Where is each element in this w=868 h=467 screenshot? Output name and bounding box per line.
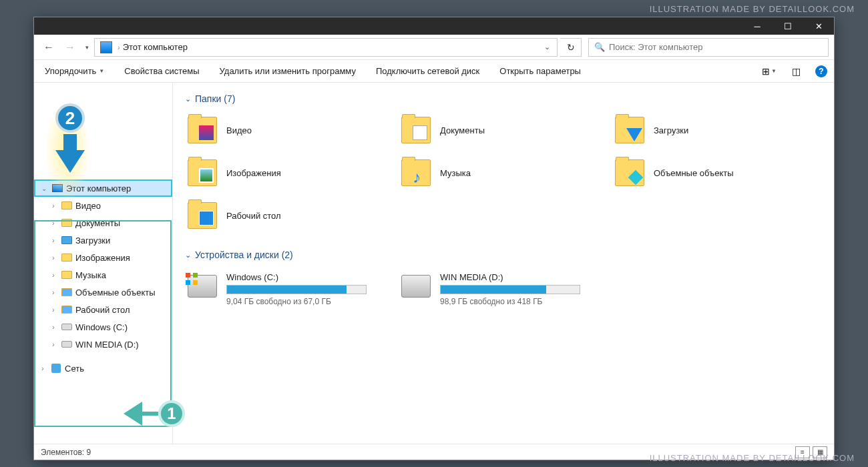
drive-d[interactable]: WIN MEDIA (D:) 98,9 ГБ свободно из 418 Г… bbox=[399, 270, 599, 309]
search-icon: 🔍 bbox=[594, 42, 605, 52]
folder-icon bbox=[61, 254, 72, 262]
chevron-down-icon: ⌄ bbox=[185, 95, 191, 103]
folder-icon bbox=[188, 117, 217, 143]
sidebar-item-downloads[interactable]: ›Загрузки bbox=[45, 231, 172, 249]
folder-desktop[interactable]: Рабочий стол bbox=[185, 199, 385, 232]
sidebar-item-music[interactable]: ›Музыка bbox=[45, 266, 172, 284]
uninstall-program-button[interactable]: Удалить или изменить программу bbox=[216, 63, 360, 79]
sidebar-item-3d-objects[interactable]: ›Объемные объекты bbox=[45, 284, 172, 301]
sidebar-item-drive-c[interactable]: ›Windows (C:) bbox=[45, 318, 172, 336]
folder-icon bbox=[188, 202, 217, 229]
address-bar: ← → ▾ › Этот компьютер ⌄ ↻ 🔍 bbox=[34, 35, 834, 60]
open-settings-button[interactable]: Открыть параметры bbox=[495, 63, 585, 79]
sidebar-children: ›Видео ›Документы ›Загрузки ›Изображения… bbox=[34, 197, 172, 353]
drives-grid: Windows (C:) 9,04 ГБ свободно из 67,0 ГБ… bbox=[185, 270, 822, 309]
sidebar-item-pictures[interactable]: ›Изображения bbox=[45, 249, 172, 266]
network-icon bbox=[51, 364, 61, 373]
pc-icon bbox=[100, 41, 112, 53]
map-network-drive-button[interactable]: Подключить сетевой диск bbox=[372, 63, 483, 79]
sidebar-item-label: Этот компьютер bbox=[66, 183, 131, 193]
chevron-right-icon: › bbox=[118, 43, 120, 51]
folder-downloads[interactable]: Загрузки bbox=[612, 113, 813, 147]
drive-usage-bar bbox=[226, 285, 367, 294]
content-pane[interactable]: ⌄ Папки (7) Видео Документы Загрузки Изо… bbox=[173, 83, 834, 444]
drive-name: Windows (C:) bbox=[226, 272, 383, 282]
folder-icon bbox=[61, 306, 72, 314]
back-button[interactable]: ← bbox=[39, 38, 58, 57]
folder-icon bbox=[615, 159, 644, 186]
drive-icon bbox=[401, 275, 431, 298]
breadcrumb-dropdown[interactable]: ⌄ bbox=[540, 43, 554, 51]
folder-3d-objects[interactable]: Объемные объекты bbox=[612, 156, 813, 189]
folder-documents[interactable]: Документы bbox=[399, 113, 599, 147]
watermark-top: ILLUSTRATION MADE BY DETAILLOOK.COM bbox=[650, 4, 855, 14]
titlebar: ─ ☐ ✕ bbox=[34, 17, 834, 35]
toolbar: Упорядочить▼ Свойства системы Удалить ил… bbox=[34, 60, 834, 83]
close-button[interactable]: ✕ bbox=[803, 17, 834, 35]
drive-icon bbox=[61, 324, 72, 330]
sidebar-item-documents[interactable]: ›Документы bbox=[45, 214, 172, 231]
drives-section-header[interactable]: ⌄ Устройства и диски (2) bbox=[185, 250, 822, 260]
folder-music[interactable]: ♪Музыка bbox=[399, 156, 599, 189]
organize-button[interactable]: Упорядочить▼ bbox=[41, 63, 108, 79]
forward-button[interactable]: → bbox=[61, 38, 79, 57]
drive-name: WIN MEDIA (D:) bbox=[440, 272, 596, 282]
watermark-bottom: ILLUSTRATION MADE BY DETAILLOOK.COM bbox=[650, 453, 855, 463]
view-options-icon[interactable]: ⊞▼ bbox=[762, 64, 777, 79]
sidebar-item-network[interactable]: › Сеть bbox=[34, 360, 172, 377]
system-properties-button[interactable]: Свойства системы bbox=[120, 63, 203, 79]
chevron-down-icon[interactable]: ⌄ bbox=[39, 185, 49, 192]
drive-free-text: 98,9 ГБ свободно из 418 ГБ bbox=[440, 297, 596, 306]
folder-icon bbox=[61, 288, 72, 296]
breadcrumb[interactable]: › Этот компьютер ⌄ bbox=[94, 38, 558, 57]
minimize-button[interactable]: ─ bbox=[742, 17, 773, 35]
explorer-window: ─ ☐ ✕ ← → ▾ › Этот компьютер ⌄ ↻ 🔍 Упоря… bbox=[33, 17, 835, 460]
drive-c[interactable]: Windows (C:) 9,04 ГБ свободно из 67,0 ГБ bbox=[185, 270, 385, 309]
preview-pane-icon[interactable]: ◫ bbox=[789, 64, 803, 79]
drive-icon bbox=[188, 275, 217, 298]
folder-icon bbox=[61, 201, 72, 209]
drive-icon bbox=[61, 341, 72, 348]
folders-section-header[interactable]: ⌄ Папки (7) bbox=[185, 93, 822, 104]
drive-usage-bar bbox=[440, 285, 580, 294]
sidebar-item-this-pc[interactable]: ⌄ Этот компьютер bbox=[34, 179, 172, 197]
folder-icon bbox=[401, 117, 431, 143]
item-count: Элементов: 9 bbox=[41, 448, 91, 457]
folder-icon bbox=[61, 236, 72, 244]
windows-logo-icon bbox=[186, 273, 198, 285]
chevron-down-icon: ⌄ bbox=[185, 251, 191, 260]
folder-pictures[interactable]: Изображения bbox=[185, 156, 385, 189]
folder-icon bbox=[188, 159, 217, 186]
folder-icon: ♪ bbox=[401, 159, 431, 186]
search-box[interactable]: 🔍 bbox=[588, 38, 829, 57]
folder-icon bbox=[61, 271, 72, 279]
breadcrumb-location: Этот компьютер bbox=[123, 42, 188, 52]
folder-icon bbox=[61, 219, 72, 227]
folder-videos[interactable]: Видео bbox=[185, 113, 385, 147]
search-input[interactable] bbox=[609, 42, 823, 52]
sidebar-item-videos[interactable]: ›Видео bbox=[45, 197, 172, 214]
folder-icon bbox=[615, 117, 644, 143]
refresh-button[interactable]: ↻ bbox=[560, 38, 582, 57]
sidebar-tree[interactable]: ⌄ Этот компьютер ›Видео ›Документы ›Загр… bbox=[34, 83, 173, 444]
sidebar-item-drive-d[interactable]: ›WIN MEDIA (D:) bbox=[45, 336, 172, 353]
sidebar-item-desktop[interactable]: ›Рабочий стол bbox=[45, 301, 172, 318]
pc-icon bbox=[52, 184, 63, 192]
maximize-button[interactable]: ☐ bbox=[773, 17, 803, 35]
help-icon[interactable]: ? bbox=[815, 65, 827, 77]
history-dropdown[interactable]: ▾ bbox=[82, 44, 91, 51]
folders-grid: Видео Документы Загрузки Изображения ♪Му… bbox=[185, 113, 822, 232]
drive-free-text: 9,04 ГБ свободно из 67,0 ГБ bbox=[226, 297, 383, 306]
